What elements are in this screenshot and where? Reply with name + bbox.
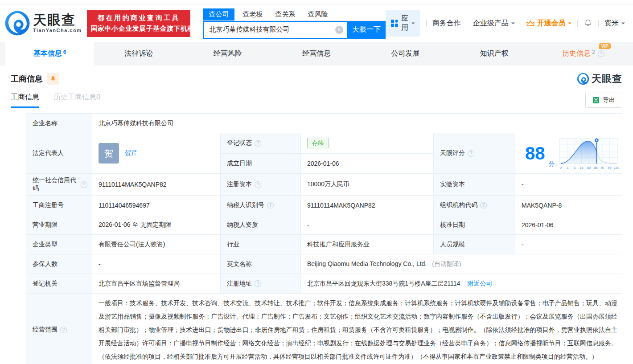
field-label: 纳税人资质 xyxy=(221,215,301,235)
tab-operation-info[interactable]: 经营信息 xyxy=(272,42,361,65)
subtabs: 工商信息 历史工商信息0 xyxy=(11,93,100,108)
watermark-text: 天眼查 xyxy=(592,72,622,86)
open-vip-button[interactable]: 开通会员 xyxy=(526,19,571,28)
svg-text:0: 0 xyxy=(559,166,561,170)
field-label: 企业类型 xyxy=(26,235,92,254)
svg-text:1: 1 xyxy=(567,166,568,170)
menu-divider xyxy=(598,20,599,27)
svg-text:50: 50 xyxy=(587,166,590,170)
search-tab-boss[interactable]: 查老板 xyxy=(243,8,263,20)
field-label: 成立日期 xyxy=(221,153,301,174)
menu-divider xyxy=(426,20,427,27)
tianyancha-logo[interactable]: 天眼查 TianYanCha.com xyxy=(4,10,82,36)
help-icon[interactable]: ? xyxy=(81,181,87,188)
business-term-value: 2026-01-06 至 无固定期限 xyxy=(92,215,221,235)
watermark-logo: 天眼查 xyxy=(577,72,622,86)
help-icon[interactable]: ? xyxy=(255,280,261,287)
subtab-history-business-info[interactable]: 历史工商信息0 xyxy=(53,93,100,108)
svg-text:100: 100 xyxy=(614,166,619,170)
svg-text:97: 97 xyxy=(601,166,604,170)
tab-operation-risk[interactable]: 经营风险 xyxy=(183,42,272,65)
search-area: 查公司 查老板 查关系 查风险 × 天眼一下 xyxy=(203,8,386,39)
menu-divider xyxy=(467,20,467,27)
search-tab-company[interactable]: 查公司 xyxy=(203,8,234,20)
reg-capital-value: 10000万人民币 xyxy=(301,174,434,196)
help-icon[interactable]: ? xyxy=(468,150,474,157)
vip-badge: VIP xyxy=(599,43,611,49)
tab-count: 6 xyxy=(63,49,66,55)
menu-enterprise[interactable]: 企业级产品 xyxy=(473,19,515,28)
reg-number-value: 110114046594697 xyxy=(92,196,221,215)
search-input[interactable] xyxy=(204,22,347,38)
page-top-divider xyxy=(0,0,633,4)
reg-address-cell: 北京市昌平区回龙观东大街338号院1号楼A座二层21114 附近公司 xyxy=(301,274,622,294)
help-icon[interactable]: ? xyxy=(255,181,261,188)
reg-address-value: 北京市昌平区回龙观东大街338号院1号楼A座二层21114 xyxy=(307,280,460,287)
help-icon[interactable]: ? xyxy=(60,327,67,333)
table-row: 统一社会信用代码? 91110114MAK5QANP82 注册资本? 10000… xyxy=(26,174,622,196)
main-content: 工商信息 天眼查 工商信息 历史工商信息0 导出 xyxy=(0,72,633,364)
score-value: 88 xyxy=(525,144,545,162)
user-menu[interactable]: 费米 xyxy=(604,19,625,28)
search-button[interactable]: 天眼一下 xyxy=(347,21,386,39)
svg-text:3: 3 xyxy=(573,166,575,170)
field-label: 英文名称 xyxy=(221,254,301,274)
username: 费米 xyxy=(604,19,619,28)
score-unit: 分 xyxy=(549,160,555,168)
company-name-value: 北京巧幕传媒科技有限公司 xyxy=(92,114,622,133)
subscribe-bell-icon[interactable] xyxy=(47,73,59,85)
help-icon[interactable]: ? xyxy=(598,50,604,57)
tab-history-info[interactable]: VIP 历史信息 2 ? xyxy=(539,42,628,65)
export-button[interactable]: 导出 xyxy=(585,93,622,108)
table-row: 企业类型 有限责任公司(法人独资) 行业 科技推广和应用服务业 人员规模 - xyxy=(26,235,622,254)
table-row: 工商注册号 110114046594697 纳税人识别号? 91110114MA… xyxy=(26,196,622,215)
table-row: 登记机关 北京市昌平区市场监督管理局 注册地址? 北京市昌平区回龙观东大街338… xyxy=(26,274,622,294)
help-icon[interactable]: ? xyxy=(255,140,261,147)
nearby-companies-link[interactable]: 附近公司 xyxy=(467,280,492,287)
notification-bell-icon[interactable] xyxy=(584,19,592,28)
field-label: 组织机构代码? xyxy=(434,196,515,215)
apps-grid-icon xyxy=(391,20,398,27)
open-vip-label: 开通会员 xyxy=(537,19,565,28)
tab-company-development[interactable]: 公司发展 xyxy=(361,42,450,65)
reg-authority-value: 北京市昌平区市场监督管理局 xyxy=(92,274,221,294)
field-label: 企业名称 xyxy=(26,114,92,133)
field-label: 营业期限 xyxy=(26,215,92,235)
avatar[interactable]: 贺 xyxy=(99,143,119,164)
tab-legal-lawsuits[interactable]: 法律诉讼 xyxy=(94,42,183,65)
svg-text:85: 85 xyxy=(594,166,597,170)
field-label: 天眼评分? xyxy=(434,133,515,174)
tab-label: 知识产权 xyxy=(480,49,509,58)
search-tab-relation[interactable]: 查关系 xyxy=(275,8,295,20)
org-code-value: MAK5QANP-8 xyxy=(515,196,622,215)
help-icon[interactable]: ? xyxy=(267,202,274,209)
establish-date-value: 2026-01-06 xyxy=(301,153,434,174)
field-label: 核准日期 xyxy=(434,215,515,235)
taxpayer-quality-value: - xyxy=(301,215,434,235)
search-tabs: 查公司 查老板 查关系 查风险 xyxy=(203,8,386,21)
tab-label: 经营风险 xyxy=(214,49,242,58)
clear-search-icon[interactable]: × xyxy=(335,26,343,34)
tab-basic-info[interactable]: 基本信息 6 xyxy=(5,42,94,65)
help-icon[interactable]: ? xyxy=(480,202,487,209)
field-label: 统一社会信用代码? xyxy=(26,174,92,196)
staff-size-value: - xyxy=(515,235,622,254)
search-tab-risk[interactable]: 查风险 xyxy=(308,8,328,20)
table-row: 法定代表人 贺 贺芹 登记状态? 存续 天眼评分? 88 分 xyxy=(26,133,622,154)
slogan-banner: 都在用的商业查询工具 国家中小企业发展子基金旗下机构 xyxy=(87,10,190,37)
svg-text:99: 99 xyxy=(608,166,611,170)
menu-cooperation[interactable]: 商务合作 xyxy=(432,19,461,28)
apps-menu[interactable]: 应用 xyxy=(386,10,420,37)
tab-label: 公司发展 xyxy=(391,49,419,58)
tab-intellectual-property[interactable]: 知识产权 xyxy=(450,42,538,65)
field-label: 经营范围? xyxy=(26,294,92,364)
table-row: 企业名称 北京巧幕传媒科技有限公司 xyxy=(26,114,622,133)
legal-rep-link[interactable]: 贺芹 xyxy=(125,149,137,157)
english-name-value: Beijing Qiaomu Media Technology Co., Ltd… xyxy=(307,260,427,267)
business-scope-value: 一般项目：技术服务、技术开发、技术咨询、技术交流、技术转让、技术推广；软件开发；… xyxy=(92,294,622,364)
subtab-business-info[interactable]: 工商信息 xyxy=(11,93,39,108)
enterprise-label: 企业级产品 xyxy=(473,19,509,28)
field-label: 参保人数 xyxy=(26,254,92,274)
field-label: 登记状态? xyxy=(221,133,301,154)
business-info-table: 企业名称 北京巧幕传媒科技有限公司 法定代表人 贺 贺芹 登记状态? 存续 xyxy=(26,113,622,364)
